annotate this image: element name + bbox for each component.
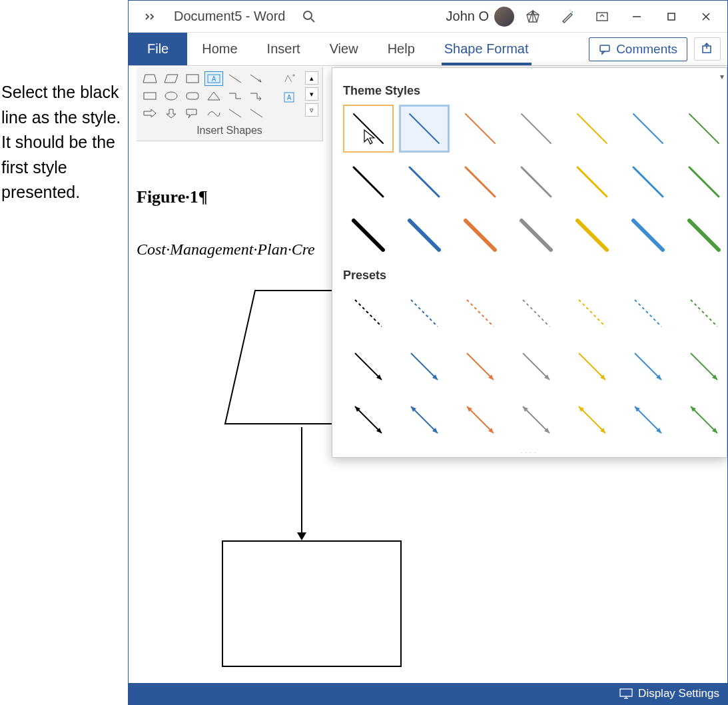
shape-down-arrow-line[interactable] bbox=[295, 427, 308, 544]
preset-style-swatch[interactable] bbox=[343, 396, 394, 444]
theme-style-swatch[interactable] bbox=[567, 158, 617, 206]
preset-style-swatch[interactable] bbox=[455, 396, 506, 444]
shape-textbox-icon[interactable]: A bbox=[204, 71, 223, 86]
theme-style-swatch[interactable] bbox=[343, 211, 394, 259]
gallery-collapse-icon[interactable]: ▾ bbox=[720, 72, 724, 81]
svg-line-60 bbox=[355, 406, 382, 433]
shape-down-arrow-icon[interactable] bbox=[162, 106, 181, 121]
shape-ellipse-icon[interactable] bbox=[162, 89, 181, 103]
ribbon-mode-button[interactable] bbox=[586, 1, 618, 32]
shape-arrow-line-icon[interactable] bbox=[247, 71, 266, 86]
shapes-scroll-down[interactable]: ▾ bbox=[305, 87, 318, 101]
preset-style-swatch[interactable] bbox=[511, 396, 561, 444]
preset-style-swatch[interactable] bbox=[343, 343, 394, 390]
preset-style-swatch[interactable] bbox=[511, 289, 561, 337]
preset-style-swatch[interactable] bbox=[679, 289, 728, 337]
preset-style-swatch[interactable] bbox=[679, 396, 728, 444]
avatar[interactable] bbox=[494, 7, 514, 27]
gallery-resize-handle[interactable]: ···· bbox=[340, 448, 719, 457]
tab-shape-format[interactable]: Shape Format bbox=[430, 33, 544, 65]
theme-style-swatch[interactable] bbox=[567, 105, 617, 153]
shape-right-arrow-icon[interactable] bbox=[141, 106, 159, 121]
svg-line-25 bbox=[354, 114, 383, 143]
shape-rectangle[interactable] bbox=[222, 540, 402, 667]
theme-style-swatch[interactable] bbox=[399, 105, 450, 153]
edit-shape-icon[interactable] bbox=[281, 71, 300, 86]
theme-style-swatch[interactable] bbox=[679, 105, 728, 153]
instruction-line: It should be the first style presented. bbox=[1, 130, 127, 205]
svg-line-50 bbox=[579, 300, 605, 327]
display-settings-label[interactable]: Display Settings bbox=[638, 687, 719, 700]
theme-styles-heading: Theme Styles bbox=[343, 84, 719, 98]
theme-style-swatch[interactable] bbox=[399, 211, 450, 259]
preset-style-swatch[interactable] bbox=[511, 343, 561, 390]
preset-style-swatch[interactable] bbox=[679, 343, 728, 390]
theme-style-swatch[interactable] bbox=[511, 105, 561, 153]
svg-line-66 bbox=[691, 406, 717, 433]
svg-line-35 bbox=[522, 167, 551, 197]
preset-style-swatch[interactable] bbox=[623, 396, 673, 444]
quick-access-overflow-button[interactable] bbox=[134, 1, 166, 32]
theme-style-swatch[interactable] bbox=[679, 211, 728, 259]
shape-triangle-icon[interactable] bbox=[204, 89, 223, 103]
shape-connector-icon[interactable] bbox=[226, 89, 244, 103]
theme-style-swatch[interactable] bbox=[623, 211, 673, 259]
theme-style-swatch[interactable] bbox=[623, 158, 673, 206]
minimize-button[interactable] bbox=[621, 1, 653, 32]
preset-style-swatch[interactable] bbox=[399, 343, 450, 390]
shape-parallelogram-icon[interactable] bbox=[162, 71, 181, 86]
theme-style-swatch[interactable] bbox=[679, 158, 728, 206]
shape-line2-icon[interactable] bbox=[226, 106, 244, 121]
theme-style-swatch[interactable] bbox=[455, 105, 506, 153]
shapes-scroll-up[interactable]: ▴ bbox=[305, 71, 318, 85]
preset-style-swatch[interactable] bbox=[623, 289, 673, 337]
shape-line-icon[interactable] bbox=[226, 71, 244, 86]
close-button[interactable] bbox=[690, 1, 722, 32]
svg-line-19 bbox=[229, 109, 241, 117]
shape-trapezoid-icon[interactable] bbox=[141, 71, 159, 86]
preset-style-swatch[interactable] bbox=[343, 289, 394, 337]
preset-style-swatch[interactable] bbox=[567, 343, 617, 390]
svg-line-56 bbox=[523, 353, 549, 380]
preset-style-swatch[interactable] bbox=[567, 396, 617, 444]
maximize-button[interactable] bbox=[655, 1, 687, 32]
shape-freeform-icon[interactable] bbox=[204, 106, 223, 121]
theme-style-swatch[interactable] bbox=[567, 211, 617, 259]
shape-rect-icon[interactable] bbox=[183, 71, 202, 86]
tab-home[interactable]: Home bbox=[187, 33, 252, 65]
theme-style-swatch[interactable] bbox=[455, 211, 506, 259]
preset-style-swatch[interactable] bbox=[567, 289, 617, 337]
theme-style-swatch[interactable] bbox=[343, 158, 394, 206]
share-button[interactable] bbox=[694, 37, 721, 61]
comments-button[interactable]: Comments bbox=[589, 37, 687, 61]
shape-callout-icon[interactable] bbox=[183, 106, 202, 121]
theme-style-swatch[interactable] bbox=[455, 158, 506, 206]
shape-line3-icon[interactable] bbox=[247, 106, 266, 121]
svg-rect-4 bbox=[597, 13, 607, 21]
preset-style-swatch[interactable] bbox=[399, 396, 450, 444]
preset-style-swatch[interactable] bbox=[455, 289, 506, 337]
theme-style-swatch[interactable] bbox=[343, 105, 394, 153]
theme-style-swatch[interactable] bbox=[399, 158, 450, 206]
tab-view[interactable]: View bbox=[315, 33, 373, 65]
preset-style-swatch[interactable] bbox=[623, 343, 673, 390]
magic-icon[interactable] bbox=[551, 1, 583, 32]
theme-style-swatch[interactable] bbox=[511, 211, 561, 259]
shape-elbow-arrow-icon[interactable] bbox=[247, 89, 266, 103]
svg-line-29 bbox=[577, 114, 607, 143]
theme-style-swatch[interactable] bbox=[623, 105, 673, 153]
shape-rect2-icon[interactable] bbox=[141, 89, 159, 103]
svg-line-46 bbox=[355, 300, 382, 327]
search-button[interactable] bbox=[293, 1, 325, 32]
shape-roundrect-icon[interactable] bbox=[183, 89, 202, 103]
tab-help[interactable]: Help bbox=[373, 33, 430, 65]
theme-style-swatch[interactable] bbox=[511, 158, 561, 206]
svg-line-44 bbox=[633, 221, 663, 250]
tab-file[interactable]: File bbox=[129, 33, 187, 65]
premium-icon[interactable] bbox=[517, 1, 549, 32]
preset-style-swatch[interactable] bbox=[455, 343, 506, 390]
draw-textbox-icon[interactable]: A bbox=[281, 90, 300, 105]
preset-style-swatch[interactable] bbox=[399, 289, 450, 337]
tab-insert[interactable]: Insert bbox=[252, 33, 315, 65]
shapes-gallery-expand[interactable]: ▿ bbox=[305, 103, 318, 117]
